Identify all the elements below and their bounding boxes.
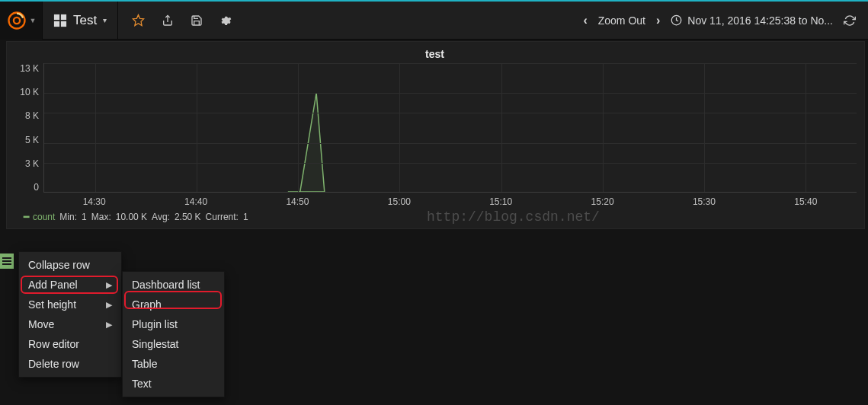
clock-icon	[671, 14, 682, 26]
hamburger-icon	[2, 257, 11, 265]
y-tick: 0	[13, 182, 39, 193]
menu-item-add-panel[interactable]: Add Panel▶	[19, 275, 121, 295]
chevron-right-icon: ▶	[106, 320, 112, 330]
chevron-down-icon: ▾	[103, 16, 107, 24]
nav-action-icons	[118, 14, 245, 27]
menu-item-collapse-row[interactable]: Collapse row	[19, 255, 121, 275]
save-icon[interactable]	[191, 14, 203, 27]
panel-title[interactable]: test	[13, 48, 857, 63]
star-icon[interactable]	[132, 14, 145, 27]
y-tick: 10 K	[13, 87, 39, 97]
menu-item-row-editor[interactable]: Row editor	[19, 334, 121, 354]
navbar: ▼ Test ▾ ‹ Zoom Out › Nov 11, 2016 14	[0, 2, 868, 40]
legend-min-value: 1	[82, 212, 87, 222]
submenu-item-plugin-list[interactable]: Plugin list	[123, 314, 224, 334]
chart-area[interactable]: 13 K10 K8 K5 K3 K0 14:3014:4014:5015:001…	[13, 63, 857, 207]
dashboard-picker[interactable]: Test ▾	[43, 2, 118, 40]
y-tick: 5 K	[13, 135, 39, 145]
y-axis: 13 K10 K8 K5 K3 K0	[13, 63, 43, 193]
chevron-right-icon: ▶	[106, 280, 112, 290]
x-tick: 14:50	[247, 196, 348, 207]
nav-time-controls: ‹ Zoom Out › Nov 11, 2016 14:25:38 to No…	[583, 14, 868, 27]
time-range-text: Nov 11, 2016 14:25:38 to No...	[687, 14, 833, 27]
submenu-item-singlestat[interactable]: Singlestat	[123, 334, 224, 354]
time-range-picker[interactable]: Nov 11, 2016 14:25:38 to No...	[671, 14, 833, 27]
time-forward-button[interactable]: ›	[656, 14, 660, 27]
menu-item-move[interactable]: Move▶	[19, 314, 121, 334]
y-tick: 13 K	[13, 63, 39, 74]
legend-max-value: 10.00 K	[116, 212, 147, 222]
svg-point-0	[8, 12, 24, 28]
zoom-out-button[interactable]: Zoom Out	[598, 14, 645, 27]
x-tick: 15:00	[348, 196, 450, 207]
refresh-icon[interactable]	[844, 14, 856, 27]
submenu-item-graph[interactable]: Graph	[123, 295, 224, 314]
x-tick: 15:20	[552, 196, 653, 207]
series-color-swatch: ━	[24, 212, 28, 222]
svg-marker-6	[133, 14, 144, 25]
dashboard-icon	[53, 14, 67, 27]
plot-grid	[43, 63, 857, 193]
series-name[interactable]: count	[33, 212, 55, 222]
row-options-handle[interactable]	[0, 254, 14, 269]
legend-current-value: 1	[243, 212, 248, 222]
legend-avg-value: 2.50 K	[175, 212, 201, 222]
dashboard-name: Test	[73, 13, 97, 28]
grafana-logo-menu[interactable]: ▼	[0, 2, 43, 40]
submenu-item-text[interactable]: Text	[123, 374, 224, 394]
row-context-menu: Collapse rowAdd Panel▶Set height▶Move▶Ro…	[18, 251, 122, 378]
legend-avg-label: Avg:	[152, 212, 170, 222]
chevron-down-icon: ▼	[30, 17, 37, 24]
time-back-button[interactable]: ‹	[583, 14, 587, 27]
x-axis: 14:3014:4014:5015:0015:1015:2015:3015:40	[43, 193, 857, 207]
submenu-item-table[interactable]: Table	[123, 354, 224, 374]
graph-panel: test 13 K10 K8 K5 K3 K0 14:3014:4014:501…	[6, 41, 865, 229]
legend-max-label: Max:	[91, 212, 111, 222]
legend-min-label: Min:	[59, 212, 77, 222]
gear-icon[interactable]	[219, 14, 232, 27]
legend-current-label: Current:	[206, 212, 239, 222]
y-tick: 3 K	[13, 158, 39, 169]
x-tick: 14:30	[43, 196, 145, 207]
svg-rect-5	[61, 21, 66, 26]
x-tick: 15:40	[755, 196, 857, 207]
chevron-right-icon: ▶	[106, 300, 112, 310]
x-tick: 15:10	[450, 196, 552, 207]
zoom-out-label: Zoom Out	[598, 14, 645, 27]
submenu-item-dashboard-list[interactable]: Dashboard list	[123, 275, 224, 295]
share-icon[interactable]	[162, 14, 174, 27]
legend: ━ count Min: 1 Max: 10.00 K Avg: 2.50 K …	[13, 207, 857, 222]
svg-rect-2	[54, 14, 59, 19]
x-tick: 14:40	[145, 196, 246, 207]
menu-item-delete-row[interactable]: Delete row	[19, 354, 121, 374]
grafana-icon	[6, 10, 27, 31]
x-tick: 15:30	[653, 196, 754, 207]
svg-point-1	[13, 17, 19, 23]
svg-rect-4	[54, 21, 59, 26]
menu-item-set-height[interactable]: Set height▶	[19, 295, 121, 314]
add-panel-submenu: Dashboard listGraphPlugin listSinglestat…	[122, 271, 225, 397]
svg-rect-3	[61, 14, 66, 19]
y-tick: 8 K	[13, 110, 39, 121]
